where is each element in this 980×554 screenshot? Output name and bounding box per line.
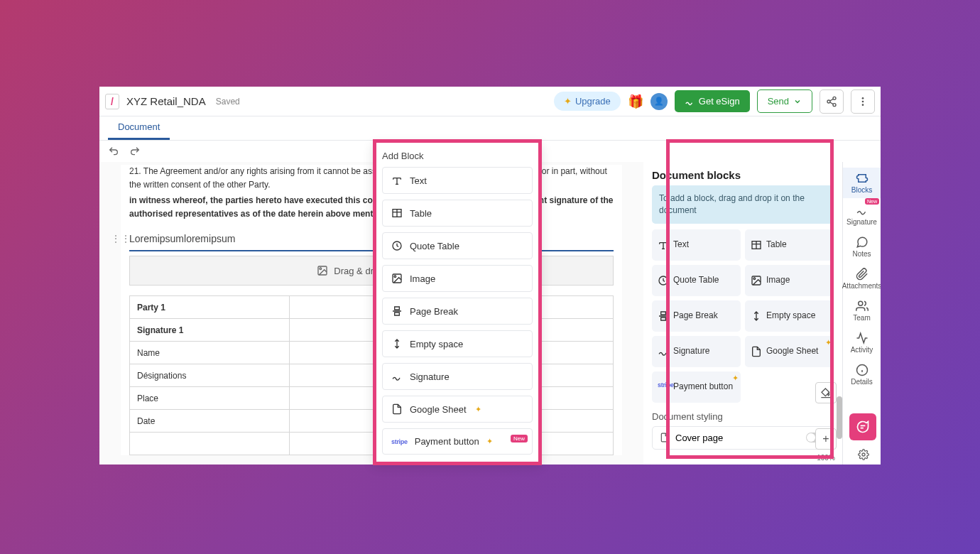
blocks-panel-title: Document blocks (652, 169, 834, 181)
lorem-text: Loremipsumloremipsum (129, 233, 235, 244)
svg-point-7 (320, 268, 322, 270)
party-header: Party 1 (130, 296, 290, 319)
table-icon (391, 207, 403, 219)
share-icon (826, 96, 837, 107)
empty-space-icon (751, 310, 762, 322)
chat-fab[interactable] (849, 413, 876, 440)
add-block-title: Add Block (382, 151, 533, 161)
paint-bucket-button[interactable] (815, 382, 837, 403)
addblock-page-break[interactable]: Page Break (382, 298, 533, 325)
side-tab-activity[interactable]: Activity (843, 327, 881, 358)
quote-table-icon (391, 240, 403, 251)
share-button[interactable] (820, 89, 844, 114)
page-icon (660, 433, 670, 442)
addblock-signature[interactable]: Signature (382, 363, 533, 390)
redo-icon[interactable] (129, 146, 141, 157)
block-google-sheet[interactable]: Google Sheet (745, 336, 834, 367)
right-rail: Document blocks To add a block, drag and… (643, 162, 842, 465)
tab-document[interactable]: Document (108, 116, 170, 140)
blocks-grid: Text Table Quote Table Image Page Break … (652, 229, 834, 403)
info-icon (856, 364, 869, 376)
sparkle-icon: ✦ (564, 96, 572, 107)
doc-title[interactable]: XYZ Retail_NDA (126, 95, 206, 107)
chevron-down-icon (793, 97, 802, 106)
cover-page-label: Cover page (675, 433, 723, 443)
zoom-controls: + 100% (815, 428, 837, 462)
addblock-image[interactable]: Image (382, 265, 533, 292)
side-tab-signature[interactable]: NewSignature (843, 200, 881, 230)
addblock-table[interactable]: Table (382, 200, 533, 227)
file-icon (751, 346, 762, 357)
svg-point-2 (833, 103, 836, 106)
upgrade-button[interactable]: ✦ Upgrade (554, 92, 621, 111)
block-payment-button[interactable]: stripePayment button (652, 371, 741, 403)
svg-point-5 (862, 104, 864, 106)
chat-bubbles-icon (856, 420, 870, 434)
zoom-in-button[interactable]: + (815, 428, 837, 450)
settings-icon[interactable] (858, 449, 869, 463)
block-empty-space[interactable]: Empty space (745, 300, 834, 332)
drag-handle-icon[interactable]: ⋮⋮ (111, 233, 131, 244)
svg-point-12 (858, 301, 862, 305)
scrollbar[interactable] (837, 396, 842, 439)
add-block-popup: Add Block Text Table Quote Table Image P… (373, 141, 542, 464)
side-tab-details[interactable]: Details (843, 359, 881, 390)
addblock-quote-table[interactable]: Quote Table (382, 232, 533, 259)
avatar[interactable]: 👤 (650, 93, 668, 110)
zoom-percent: 100% (817, 454, 835, 462)
signature-icon (658, 346, 669, 357)
document-styling-label: Document styling (652, 411, 834, 422)
block-table[interactable]: Table (745, 229, 834, 261)
esign-label: Get eSign (699, 96, 740, 107)
puzzle-icon (856, 172, 869, 185)
block-signature[interactable]: Signature (652, 336, 741, 367)
file-icon (391, 403, 403, 415)
page: 21. The Agreement and/or any rights aris… (121, 165, 622, 455)
tab-bar: Document (99, 116, 881, 141)
block-image[interactable]: Image (745, 265, 834, 296)
team-icon (856, 300, 869, 313)
saved-label: Saved (216, 97, 240, 107)
image-icon (751, 275, 762, 286)
signature-header: Signature 1 (130, 319, 290, 342)
scribble-icon (685, 97, 695, 107)
addblock-google-sheet[interactable]: Google Sheet✦ (382, 396, 533, 423)
addblock-payment-button[interactable]: stripePayment button✦New (382, 428, 533, 455)
gift-icon[interactable]: 🎁 (628, 94, 643, 109)
page-break-icon (658, 310, 669, 322)
document-blocks-panel: Document blocks To add a block, drag and… (643, 162, 842, 465)
addblock-text[interactable]: Text (382, 167, 533, 194)
page-break-icon (391, 305, 403, 317)
block-quote-table[interactable]: Quote Table (652, 265, 741, 296)
svg-point-1 (827, 100, 830, 103)
send-label: Send (768, 96, 789, 107)
cover-page-row[interactable]: Cover page (652, 426, 834, 450)
side-tab-notes[interactable]: Notes (843, 232, 881, 262)
side-tab-attachments[interactable]: Attachments (843, 264, 881, 294)
signature-icon (391, 371, 403, 382)
document-canvas[interactable]: 21. The Agreement and/or any rights aris… (99, 162, 643, 465)
dots-vertical-icon (857, 96, 869, 107)
svg-point-0 (833, 97, 836, 99)
chat-icon (856, 236, 869, 249)
top-bar: / XYZ Retail_NDA Saved ✦ Upgrade 🎁 👤 Get… (99, 87, 881, 116)
block-page-break[interactable]: Page Break (652, 300, 741, 332)
stripe-icon: stripe (391, 438, 408, 445)
table-icon (751, 239, 762, 251)
side-tab-team[interactable]: Team (843, 295, 881, 326)
undo-icon[interactable] (108, 146, 119, 157)
svg-point-18 (394, 276, 396, 278)
block-text[interactable]: Text (652, 229, 741, 261)
empty-space-icon (391, 338, 403, 349)
svg-point-4 (862, 100, 864, 102)
addblock-empty-space[interactable]: Empty space (382, 330, 533, 357)
text-icon (658, 239, 669, 251)
get-esign-button[interactable]: Get eSign (675, 90, 750, 112)
blocks-hint: To add a block, drag and drop it on the … (652, 185, 834, 224)
new-badge: New (511, 435, 528, 442)
more-button[interactable] (851, 89, 875, 114)
send-button[interactable]: Send (757, 89, 812, 113)
stripe-icon: stripe (658, 381, 669, 393)
side-tab-blocks[interactable]: Blocks (843, 168, 881, 198)
activity-icon (856, 332, 869, 344)
